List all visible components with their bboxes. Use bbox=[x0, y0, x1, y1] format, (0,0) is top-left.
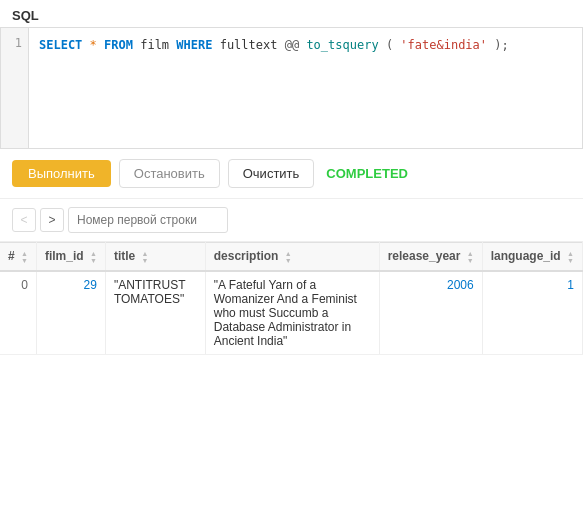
stop-button[interactable]: Остановить bbox=[119, 159, 220, 188]
execute-button[interactable]: Выполнить bbox=[12, 160, 111, 187]
cell-language_id: 1 bbox=[482, 271, 582, 355]
sql-editor: 1 SELECT * FROM film WHERE fulltext @@ t… bbox=[0, 27, 583, 149]
col-header-description: description ▲▼ bbox=[205, 243, 379, 271]
col-header-release-year: release_year ▲▼ bbox=[379, 243, 482, 271]
cell-hash: 0 bbox=[0, 271, 36, 355]
result-table-container: # ▲▼ film_id ▲▼ title ▲▼ description ▲▼ … bbox=[0, 242, 583, 355]
row-number-input[interactable] bbox=[68, 207, 228, 233]
clear-button[interactable]: Очистить bbox=[228, 159, 315, 188]
table-header-row: # ▲▼ film_id ▲▼ title ▲▼ description ▲▼ … bbox=[0, 243, 583, 271]
cell-release_year: 2006 bbox=[379, 271, 482, 355]
result-table: # ▲▼ film_id ▲▼ title ▲▼ description ▲▼ … bbox=[0, 242, 583, 355]
toolbar: Выполнить Остановить Очистить COMPLETED bbox=[0, 149, 583, 199]
status-badge: COMPLETED bbox=[326, 166, 408, 181]
pagination-row: < > bbox=[0, 199, 583, 242]
cell-film_id: 29 bbox=[36, 271, 105, 355]
next-page-button[interactable]: > bbox=[40, 208, 64, 232]
sql-section-label: SQL bbox=[0, 0, 583, 27]
prev-page-button[interactable]: < bbox=[12, 208, 36, 232]
cell-description: "A Fateful Yarn of a Womanizer And a Fem… bbox=[205, 271, 379, 355]
col-header-title: title ▲▼ bbox=[105, 243, 205, 271]
col-header-hash: # ▲▼ bbox=[0, 243, 36, 271]
col-header-language-id: language_id ▲▼ bbox=[482, 243, 582, 271]
table-row: 029"ANTITRUST TOMATOES""A Fateful Yarn o… bbox=[0, 271, 583, 355]
cell-title: "ANTITRUST TOMATOES" bbox=[105, 271, 205, 355]
col-header-film-id: film_id ▲▼ bbox=[36, 243, 105, 271]
sql-code-area[interactable]: SELECT * FROM film WHERE fulltext @@ to_… bbox=[29, 28, 582, 148]
line-numbers: 1 bbox=[1, 28, 29, 148]
